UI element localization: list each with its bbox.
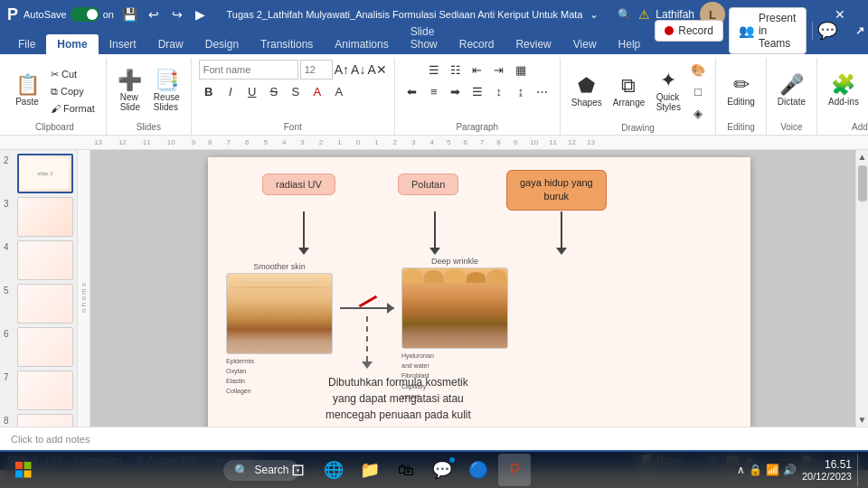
increase-indent-button[interactable]: ⇥: [489, 60, 509, 80]
store-button[interactable]: 🛍: [390, 454, 422, 486]
columns-button[interactable]: ▦: [511, 60, 531, 80]
autosave-toggle[interactable]: [71, 7, 99, 22]
powerpoint-logo-icon: P: [7, 5, 18, 24]
edge-button[interactable]: 🌐: [317, 454, 350, 486]
start-button[interactable]: [7, 454, 40, 486]
slide-thumb-7[interactable]: 7: [4, 371, 73, 410]
notification-badge[interactable]: 💬: [426, 454, 458, 486]
align-right-button[interactable]: ➡: [446, 81, 466, 101]
chevron-up-icon[interactable]: ∧: [737, 464, 745, 476]
italic-button[interactable]: I: [221, 81, 241, 101]
paragraph-spacing-button[interactable]: ↨: [511, 81, 531, 101]
clock-area[interactable]: 16.51 20/12/2023: [802, 458, 852, 482]
tab-view[interactable]: View: [562, 34, 608, 54]
underline-button[interactable]: U: [242, 81, 262, 101]
comments-button[interactable]: 💬: [817, 21, 837, 41]
editing-button[interactable]: ✏ Editing: [723, 64, 759, 118]
strikethrough-button[interactable]: S: [264, 81, 284, 101]
undo-button[interactable]: ↩: [143, 4, 165, 25]
slide-thumb-5[interactable]: 5: [4, 284, 73, 324]
slide-content: radiasi UV Polutan gaya hidup yangburuk: [208, 157, 750, 427]
store-icon: 🛍: [398, 461, 414, 480]
slide-thumbnail-4: [17, 240, 73, 280]
format-painter-icon: 🖌: [51, 103, 61, 114]
tab-record[interactable]: Record: [448, 34, 505, 54]
font-size-input[interactable]: [300, 60, 333, 80]
share-button[interactable]: ↗ Share: [843, 20, 868, 42]
addins-controls: 🧩 Add-ins 🎨 Designer: [825, 60, 868, 122]
taskview-button[interactable]: ⊡: [281, 454, 314, 486]
record-button[interactable]: Record: [655, 20, 723, 42]
align-left-button[interactable]: ⬅: [402, 81, 422, 101]
new-slide-button[interactable]: ➕ NewSlide: [114, 64, 146, 118]
shadow-button[interactable]: S: [286, 81, 306, 101]
search-taskbar-button[interactable]: 🔍 Search: [245, 454, 278, 486]
tab-home[interactable]: Home: [46, 34, 98, 54]
shape-outline-button[interactable]: □: [688, 81, 708, 101]
present-button[interactable]: ▶: [190, 4, 212, 25]
slide-thumb-2[interactable]: 2 slide 2: [4, 154, 73, 193]
save-button[interactable]: 💾: [119, 4, 141, 25]
arrange-button[interactable]: ⧉ Arrange: [609, 64, 649, 118]
vertical-scrollbar[interactable]: ▲ ▼: [855, 150, 868, 427]
tab-animations[interactable]: Animations: [324, 34, 399, 54]
font-controls: A↑ A↓ A✕ B I U S S A A: [199, 60, 387, 122]
slide-thumb-8[interactable]: 8: [4, 414, 73, 427]
present-teams-button[interactable]: 👥 Present in Teams: [729, 7, 807, 54]
shape-effects-button[interactable]: ◈: [688, 103, 708, 123]
notes-bar[interactable]: Click to add notes: [0, 427, 868, 450]
paste-button[interactable]: 📋 Paste: [11, 64, 43, 118]
shapes-button[interactable]: ⬟ Shapes: [568, 64, 606, 118]
powerpoint-taskbar-button[interactable]: P: [498, 454, 531, 486]
font-size-increase-button[interactable]: A↑: [335, 62, 349, 77]
tab-slideshow[interactable]: Slide Show: [400, 22, 448, 54]
slide-thumb-3[interactable]: 3: [4, 197, 73, 237]
scroll-up-button[interactable]: ▲: [858, 152, 867, 162]
smooth-skin-labels: EpidermisOxytanElastinCollagen: [226, 356, 333, 397]
scroll-down-button[interactable]: ▼: [858, 415, 867, 425]
autosave-area: AutoSave on: [24, 7, 114, 22]
tab-design[interactable]: Design: [194, 34, 250, 54]
vpn-icon[interactable]: 🔒: [749, 464, 762, 476]
highlight-button[interactable]: A: [329, 81, 349, 101]
numbering-button[interactable]: ☷: [446, 60, 466, 80]
tab-help[interactable]: Help: [608, 34, 652, 54]
chrome-button[interactable]: 🔵: [462, 454, 495, 486]
decrease-indent-button[interactable]: ⇤: [467, 60, 487, 80]
tab-insert[interactable]: Insert: [99, 34, 147, 54]
font-color-button[interactable]: A: [307, 81, 327, 101]
reuse-slides-button[interactable]: 📑 ReuseSlides: [150, 64, 184, 118]
copy-button[interactable]: ⧉ Copy: [47, 84, 99, 99]
show-desktop-button[interactable]: [857, 454, 861, 486]
tab-transitions[interactable]: Transitions: [250, 34, 324, 54]
addins-button[interactable]: 🧩 Add-ins: [825, 64, 863, 118]
shape-fill-button[interactable]: 🎨: [688, 60, 708, 80]
dropdown-arrow-icon[interactable]: ⌄: [590, 8, 599, 21]
bold-button[interactable]: B: [199, 81, 219, 101]
search-button[interactable]: 🔍: [613, 4, 635, 25]
tab-review[interactable]: Review: [505, 34, 561, 54]
slide-thumb-6[interactable]: 6: [4, 327, 73, 367]
cut-button[interactable]: ✂ Cut: [47, 67, 99, 82]
align-center-button[interactable]: ≡: [424, 81, 444, 101]
wifi-icon[interactable]: 📶: [766, 464, 779, 476]
clear-formatting-button[interactable]: A✕: [367, 62, 386, 77]
font-name-input[interactable]: [199, 60, 298, 80]
format-painter-button[interactable]: 🖌 Format: [47, 101, 99, 116]
font-size-decrease-button[interactable]: A↓: [351, 62, 365, 77]
justify-button[interactable]: ☰: [467, 81, 487, 101]
redo-button[interactable]: ↪: [166, 4, 188, 25]
slide-area[interactable]: radiasi UV Polutan gaya hidup yangburuk: [90, 150, 868, 427]
quick-styles-button[interactable]: ✦ QuickStyles: [652, 64, 684, 118]
scroll-thumb[interactable]: [858, 165, 867, 202]
dictate-button[interactable]: 🎤 Dictate: [774, 64, 809, 118]
paragraph-more-button[interactable]: ⋯: [533, 81, 552, 101]
volume-icon[interactable]: 🔊: [783, 464, 797, 476]
tab-draw[interactable]: Draw: [147, 34, 194, 54]
slide-thumb-4[interactable]: 4: [4, 240, 73, 280]
tab-file[interactable]: File: [7, 34, 46, 54]
explorer-button[interactable]: 📁: [354, 454, 386, 486]
line-spacing-button[interactable]: ↕: [489, 81, 509, 101]
smooth-label: Smoother skin: [226, 262, 333, 271]
bullets-button[interactable]: ☰: [424, 60, 444, 80]
